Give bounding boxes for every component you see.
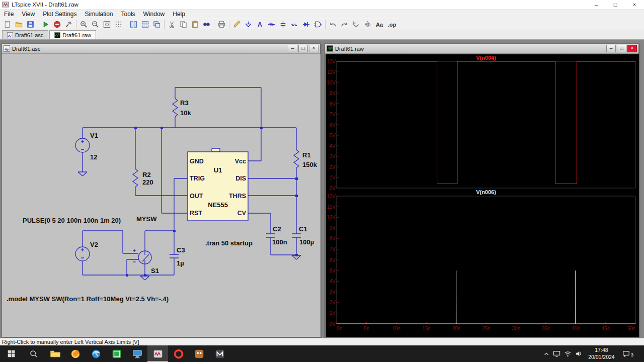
run-icon[interactable] — [40, 19, 51, 30]
model-directive[interactable]: .model MYSW SW(Ron=1 Roff=10Meg Vt=2.5 V… — [7, 295, 169, 303]
y-axis-tick[interactable]: 8V — [330, 236, 336, 241]
new-document-icon[interactable] — [2, 19, 13, 30]
taskbar-icon-gimp[interactable] — [189, 345, 209, 362]
y-axis-tick[interactable]: 9V — [330, 225, 336, 231]
r3-name[interactable]: R3 — [180, 99, 189, 107]
mirror-icon[interactable] — [362, 19, 373, 30]
waveform-restore-button[interactable]: □ — [617, 45, 626, 52]
draw-wire-icon[interactable] — [231, 19, 243, 30]
r2-value[interactable]: 220 — [142, 178, 153, 186]
wave-pane-2[interactable]: V(n006)12V11V10V9V8V7V6V5V4V3V2V1V0V0s5s… — [327, 189, 635, 331]
taskbar-icon-green-app[interactable] — [106, 345, 127, 362]
y-axis-tick[interactable]: 3V — [330, 154, 336, 159]
y-axis-tick[interactable]: 4V — [330, 279, 336, 284]
x-axis-tick[interactable]: 50s — [627, 326, 635, 331]
taskbar-icon-edge[interactable] — [86, 345, 106, 362]
schematic-window-titlebar[interactable]: Draft61.asc – □ × — [2, 44, 320, 54]
x-axis-tick[interactable]: 5s — [364, 326, 369, 331]
redo-icon[interactable] — [339, 19, 350, 30]
c2-name[interactable]: C2 — [273, 225, 281, 233]
component-c2[interactable]: C2 100n — [266, 225, 287, 246]
component-c1[interactable]: C1 100µ — [292, 225, 314, 259]
place-diode-icon[interactable] — [300, 19, 312, 30]
halt-icon[interactable] — [51, 19, 63, 30]
paste-icon[interactable] — [189, 19, 201, 30]
taskbar-icon-ltspice[interactable] — [147, 345, 168, 362]
place-ground-icon[interactable] — [243, 19, 254, 30]
place-capacitor-icon[interactable] — [277, 19, 289, 30]
tile-vertical-icon[interactable] — [128, 19, 139, 30]
find-icon[interactable] — [201, 19, 212, 30]
taskbar-icon-firefox[interactable] — [65, 345, 86, 362]
place-label-icon[interactable]: A — [254, 19, 266, 30]
schematic-close-button[interactable]: × — [309, 45, 318, 52]
y-axis-tick[interactable]: 2V — [330, 164, 336, 170]
y-axis-tick[interactable]: 0V — [330, 186, 336, 191]
waveform-viewer[interactable]: V(n004)12V11V10V9V8V7V6V5V4V3V2V1V0VV(n0… — [326, 54, 639, 337]
v1-value[interactable]: 12 — [90, 153, 97, 161]
control-panel-icon[interactable] — [63, 19, 74, 30]
taskbar-icon-opera[interactable] — [168, 345, 189, 362]
y-axis-tick[interactable]: 6V — [330, 122, 336, 128]
grid-icon[interactable] — [113, 19, 124, 30]
menu-window[interactable]: Window — [139, 10, 169, 19]
y-axis-tick[interactable]: 0V — [330, 321, 336, 327]
pulse-directive[interactable]: PULSE(0 5 20 100n 100n 1m 20) — [23, 217, 121, 224]
u1-name[interactable]: U1 — [214, 166, 222, 174]
component-v1[interactable]: V1 12 — [75, 132, 98, 176]
y-axis-tick[interactable]: 12V — [327, 59, 336, 64]
tray-chevron-icon[interactable] — [543, 351, 549, 357]
component-u1[interactable]: GND TRIG OUT RST Vcc DIS THRS CV U1 NE55… — [188, 148, 248, 221]
x-axis-tick[interactable]: 45s — [602, 326, 610, 331]
x-axis-tick[interactable]: 15s — [422, 326, 430, 331]
wave-pane-1[interactable]: V(n004)12V11V10V9V8V7V6V5V4V3V2V1V0V — [327, 55, 635, 191]
tab-draft61.raw[interactable]: Draft61.raw — [49, 30, 96, 39]
taskbar-icon-system-monitor[interactable] — [127, 345, 147, 362]
display-icon[interactable] — [553, 350, 560, 357]
undo-icon[interactable] — [327, 19, 339, 30]
zoom-out-icon[interactable] — [90, 19, 101, 30]
wifi-icon[interactable] — [564, 350, 572, 357]
place-text-icon[interactable]: Aa — [373, 19, 385, 30]
y-axis-tick[interactable]: 6V — [330, 257, 336, 263]
schematic-maximize-button[interactable]: □ — [298, 45, 308, 52]
x-axis-tick[interactable]: 35s — [542, 326, 550, 331]
schematic-editor[interactable]: V1 12 R3 10k R2 220 R1 — [3, 54, 320, 337]
u1-part[interactable]: NE555 — [208, 201, 228, 209]
x-axis-tick[interactable]: 0s — [337, 326, 342, 331]
component-r2[interactable]: R2 220 — [133, 169, 153, 187]
place-inductor-icon[interactable] — [289, 19, 300, 30]
tran-directive[interactable]: .tran 50 startup — [205, 239, 253, 247]
x-axis-tick[interactable]: 10s — [392, 326, 400, 331]
tab-draft61.asc[interactable]: Draft61.asc — [2, 30, 48, 39]
waveform-canvas[interactable]: V(n004)12V11V10V9V8V7V6V5V4V3V2V1V0VV(n0… — [326, 54, 639, 337]
y-axis-tick[interactable]: 4V — [330, 143, 336, 149]
y-axis-tick[interactable]: 10V — [327, 80, 336, 85]
menu-plot-settings[interactable]: Plot Settings — [39, 10, 80, 19]
y-axis-tick[interactable]: 5V — [330, 133, 336, 138]
y-axis-tick[interactable]: 12V — [327, 194, 336, 199]
c2-value[interactable]: 100n — [272, 238, 287, 246]
x-axis-tick[interactable]: 25s — [482, 326, 490, 331]
save-icon[interactable] — [25, 19, 36, 30]
trace-title-2[interactable]: V(n006) — [476, 189, 496, 195]
place-resistor-icon[interactable] — [266, 19, 277, 30]
rotate-icon[interactable] — [350, 19, 362, 30]
waveform-minimize-button[interactable]: – — [606, 45, 616, 52]
y-axis-tick[interactable]: 3V — [330, 289, 336, 295]
y-axis-tick[interactable]: 2V — [330, 300, 336, 305]
x-axis-tick[interactable]: 30s — [512, 326, 520, 331]
waveform-close-button[interactable]: × — [627, 45, 637, 52]
y-axis-tick[interactable]: 8V — [330, 101, 336, 107]
c3-name[interactable]: C3 — [177, 246, 185, 254]
schematic-minimize-button[interactable]: – — [288, 45, 297, 52]
copy-icon[interactable] — [178, 19, 189, 30]
minimize-button[interactable]: – — [587, 0, 606, 9]
x-axis-tick[interactable]: 40s — [572, 326, 580, 331]
r1-name[interactable]: R1 — [302, 151, 311, 159]
component-r3[interactable]: R3 10k — [173, 99, 191, 117]
taskbar-icon-file-explorer[interactable] — [44, 345, 65, 362]
zoom-in-icon[interactable] — [78, 19, 90, 30]
start-button[interactable] — [0, 345, 22, 362]
c1-name[interactable]: C1 — [299, 225, 307, 233]
